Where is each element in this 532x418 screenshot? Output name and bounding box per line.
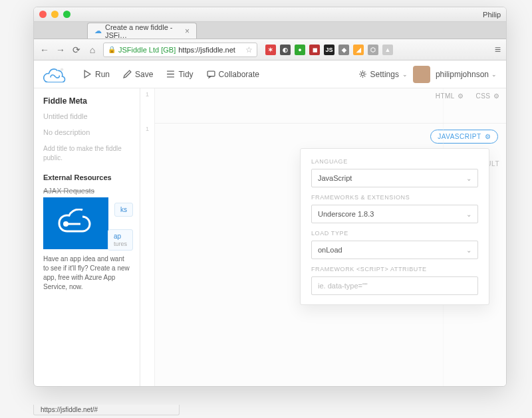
gear-icon: ⚙ [485, 133, 491, 140]
azure-ad-text: Have an app idea and want to see if it'l… [43, 255, 130, 292]
bookmark-star-icon[interactable]: ☆ [245, 45, 253, 54]
javascript-settings-chip[interactable]: JAVASCRIPT ⚙ [430, 130, 498, 144]
jsfiddle-app: Run Save Tidy Collaborate Settings ⌄ [34, 60, 506, 386]
chevron-down-icon: ⌄ [466, 211, 471, 218]
zoom-window-button[interactable] [63, 11, 70, 18]
language-label: LANGUAGE [311, 158, 478, 165]
favicon-icon: ☁ [94, 27, 102, 35]
svg-point-0 [61, 68, 63, 70]
extension-icon[interactable]: ◼ [309, 45, 320, 55]
ap-badge[interactable]: ap tures [108, 229, 133, 251]
collaborate-button[interactable]: Collaborate [201, 67, 265, 82]
public-hint: Add title to make the fiddle public. [43, 144, 130, 163]
run-button[interactable]: Run [78, 67, 115, 82]
tab-title: Create a new fiddle - JSFi… [105, 23, 178, 39]
macos-titlebar: Philip [34, 7, 506, 22]
extension-icon[interactable]: ◐ [280, 45, 291, 55]
editor-area: 1 HTML⚙ CSS⚙ 1 JAVASCRIPT ⚙ RESULT LANGU… [140, 88, 506, 386]
home-button[interactable]: ⌂ [87, 45, 98, 55]
avatar[interactable] [413, 66, 430, 83]
title-field[interactable]: Untitled fiddle [43, 112, 130, 120]
js-settings-popup: LANGUAGE JavaScript ⌄ FRAMEWORKS & EXTEN… [300, 148, 489, 305]
menu-button[interactable]: ≡ [495, 44, 501, 56]
reload-button[interactable]: ⟳ [71, 45, 82, 55]
html-pane-label[interactable]: HTML⚙ [436, 92, 464, 100]
browser-tab[interactable]: ☁ Create a new fiddle - JSFi… × [87, 23, 197, 39]
app-body: Fiddle Meta Untitled fiddle No descripti… [34, 88, 506, 386]
extension-icon[interactable]: ◢ [353, 45, 364, 55]
chevron-down-icon: ⌄ [402, 71, 408, 78]
gear-icon[interactable]: ⚙ [493, 92, 500, 100]
tab-strip: ☁ Create a new fiddle - JSFi… × [34, 22, 506, 39]
azure-ad[interactable]: ks ap tures Have an app idea and want to… [43, 197, 130, 292]
frameworks-label: FRAMEWORKS & EXTENSIONS [311, 194, 478, 201]
ks-badge[interactable]: ks [114, 203, 133, 217]
ssl-org: JSFiddle Ltd [GB] [118, 46, 176, 54]
extension-icon[interactable]: ✶ [265, 45, 276, 55]
gear-icon [358, 70, 367, 78]
gear-icon[interactable]: ⚙ [458, 92, 464, 100]
jsfiddle-logo[interactable] [43, 66, 66, 82]
script-attr-input[interactable]: ie. data-type="" [311, 276, 478, 295]
url-text: https://jsfiddle.net [178, 46, 235, 54]
horizontal-divider[interactable] [140, 123, 506, 124]
traffic-lights [39, 11, 70, 18]
chevron-down-icon: ⌄ [466, 247, 471, 254]
script-attr-label: FRAMEWORK <SCRIPT> ATTRIBUTE [311, 266, 478, 272]
tidy-button[interactable]: Tidy [161, 67, 198, 82]
chat-icon [207, 70, 215, 78]
extension-icon[interactable]: JS [324, 45, 334, 55]
status-bar: https://jsfiddle.net/# [33, 405, 180, 415]
forward-button[interactable]: → [55, 45, 66, 55]
css-pane-label[interactable]: CSS⚙ [475, 92, 499, 100]
play-icon [83, 70, 92, 78]
fiddle-meta-heading: Fiddle Meta [43, 96, 130, 106]
loadtype-select[interactable]: onLoad ⌄ [311, 241, 478, 259]
app-header: Run Save Tidy Collaborate Settings ⌄ [34, 60, 506, 88]
lock-icon: 🔒 [108, 46, 116, 53]
chevron-down-icon: ⌄ [491, 71, 497, 78]
toolbar: ← → ⟳ ⌂ 🔒 JSFiddle Ltd [GB] https://jsfi… [34, 39, 506, 60]
framework-select[interactable]: Underscore 1.8.3 ⌄ [311, 205, 478, 223]
close-tab-icon[interactable]: × [185, 27, 190, 36]
chevron-down-icon: ⌄ [466, 175, 471, 182]
username-menu[interactable]: philipmjohnson ⌄ [436, 70, 497, 79]
extension-icons: ✶ ◐ ● ◼ JS ◆ ◢ ⬡ ▲ [265, 45, 393, 55]
settings-button[interactable]: Settings ⌄ [358, 70, 408, 79]
description-field[interactable]: No description [43, 128, 130, 136]
ajax-requests-link[interactable]: AJAX Requests [43, 187, 130, 195]
list-icon [166, 70, 175, 78]
extension-icon[interactable]: ◆ [338, 45, 349, 55]
external-resources-heading[interactable]: External Resources [43, 173, 130, 181]
minimize-window-button[interactable] [51, 11, 59, 18]
address-bar[interactable]: 🔒 JSFiddle Ltd [GB] https://jsfiddle.net… [103, 43, 257, 57]
extension-icon[interactable]: ● [295, 45, 305, 55]
back-button[interactable]: ← [39, 45, 50, 55]
os-user-label: Philip [483, 11, 501, 19]
extension-icon[interactable]: ▲ [382, 45, 393, 55]
sidebar: Fiddle Meta Untitled fiddle No descripti… [34, 88, 140, 386]
pencil-icon [123, 70, 132, 78]
save-button[interactable]: Save [118, 67, 158, 82]
gutter-js: 1 [140, 123, 155, 386]
loadtype-label: LOAD TYPE [311, 230, 478, 237]
browser-window: Philip ☁ Create a new fiddle - JSFi… × ←… [33, 7, 507, 387]
language-select[interactable]: JavaScript ⌄ [311, 169, 478, 187]
svg-point-2 [361, 72, 364, 75]
azure-logo-icon [43, 197, 108, 249]
svg-rect-1 [207, 71, 215, 76]
close-window-button[interactable] [39, 11, 47, 18]
extension-icon[interactable]: ⬡ [368, 45, 378, 55]
